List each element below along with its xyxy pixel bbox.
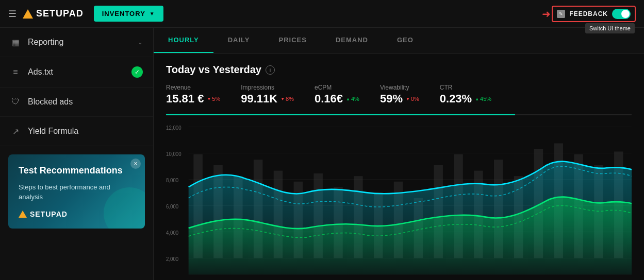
promo-title: Test Recommendations bbox=[19, 165, 135, 177]
up-arrow-icon-2: ▲ bbox=[475, 97, 479, 101]
metric-impressions-label: Impressions bbox=[241, 84, 294, 91]
tab-daily[interactable]: DAILY bbox=[213, 28, 265, 53]
tab-geo[interactable]: GEO bbox=[383, 28, 428, 53]
svg-text:2,000: 2,000 bbox=[166, 256, 179, 261]
metric-ctr: CTR 0.23% ▲ 45% bbox=[440, 84, 491, 106]
sidebar-item-ads-txt-label: Ads.txt bbox=[28, 67, 124, 77]
metric-revenue-value: 15.81 € bbox=[166, 92, 204, 106]
sidebar-item-reporting[interactable]: ▦ Reporting ⌄ bbox=[0, 28, 153, 57]
down-arrow-icon-3: ▼ bbox=[406, 97, 410, 101]
bar-chart-icon: ▦ bbox=[10, 37, 21, 47]
metric-impressions-change: ▼ 8% bbox=[280, 96, 294, 102]
progress-fill bbox=[166, 114, 515, 115]
chevron-down-icon: ▼ bbox=[150, 11, 155, 16]
metric-ecpm: eCPM 0.16€ ▲ 4% bbox=[315, 84, 359, 106]
sidebar-item-yield-formula-label: Yield Formula bbox=[28, 127, 143, 136]
metric-viewability-label: Viewability bbox=[380, 84, 419, 91]
chart-title-row: Today vs Yesterday i bbox=[166, 64, 632, 76]
svg-text:10,000: 10,000 bbox=[166, 151, 181, 157]
svg-text:4,000: 4,000 bbox=[166, 230, 179, 235]
up-arrow-icon: ▲ bbox=[346, 97, 350, 101]
main-layout: ▦ Reporting ⌄ ≡ Ads.txt ✓ 🛡 Blocked ads … bbox=[0, 28, 644, 280]
down-arrow-icon-2: ▼ bbox=[280, 97, 285, 101]
tab-prices[interactable]: PRICES bbox=[265, 28, 321, 53]
metric-ecpm-label: eCPM bbox=[315, 84, 359, 91]
metric-ecpm-value: 0.16€ bbox=[315, 92, 343, 106]
metric-ecpm-change: ▲ 4% bbox=[346, 96, 359, 102]
inventory-button[interactable]: INVENTORY ▼ bbox=[94, 6, 163, 22]
down-arrow-icon: ▼ bbox=[207, 97, 211, 101]
progress-bar bbox=[166, 114, 632, 115]
chart-area: Today vs Yesterday i Revenue 15.81 € ▼ 5… bbox=[154, 54, 644, 280]
promo-logo-text: SETUPAD bbox=[30, 210, 68, 218]
info-icon[interactable]: i bbox=[266, 65, 275, 75]
chart-container: 12,000 10,000 8,000 6,000 4,000 2,000 bbox=[166, 121, 632, 280]
feedback-label: FEEDBACK bbox=[569, 10, 608, 18]
metric-revenue-label: Revenue bbox=[166, 84, 220, 91]
chart-svg: 12,000 10,000 8,000 6,000 4,000 2,000 bbox=[166, 121, 632, 280]
svg-text:6,000: 6,000 bbox=[166, 203, 179, 209]
menu-icon[interactable]: ☰ bbox=[8, 8, 16, 20]
metric-ctr-change: ▲ 45% bbox=[475, 96, 491, 102]
metric-impressions-value: 99.11K bbox=[241, 92, 277, 106]
feedback-area: ➜ ✎ FEEDBACK Switch UI theme bbox=[552, 6, 636, 22]
theme-toggle[interactable] bbox=[612, 9, 631, 19]
tabs-bar: HOURLY DAILY PRICES DEMAND GEO bbox=[154, 28, 644, 54]
logo: SETUPAD bbox=[23, 8, 84, 19]
chart-title: Today vs Yesterday bbox=[166, 64, 261, 76]
feedback-icon: ✎ bbox=[557, 10, 565, 18]
metric-revenue-change: ▼ 5% bbox=[207, 96, 220, 102]
metric-ctr-value: 0.23% bbox=[440, 92, 472, 106]
shield-icon: 🛡 bbox=[10, 97, 21, 107]
content-area: HOURLY DAILY PRICES DEMAND GEO Today vs … bbox=[154, 28, 644, 280]
metrics-row: Revenue 15.81 € ▼ 5% Impressions 99.11K bbox=[166, 84, 632, 106]
trending-up-icon: ↗ bbox=[10, 126, 21, 136]
metric-impressions: Impressions 99.11K ▼ 8% bbox=[241, 84, 294, 106]
sidebar: ▦ Reporting ⌄ ≡ Ads.txt ✓ 🛡 Blocked ads … bbox=[0, 28, 154, 280]
logo-triangle-icon bbox=[23, 9, 33, 19]
inventory-label: INVENTORY bbox=[102, 10, 145, 18]
logo-text: SETUPAD bbox=[36, 8, 84, 19]
promo-close-button[interactable]: × bbox=[130, 159, 141, 169]
metric-viewability-value: 59% bbox=[380, 92, 403, 106]
sidebar-item-yield-formula[interactable]: ↗ Yield Formula bbox=[0, 117, 153, 146]
sidebar-item-reporting-label: Reporting bbox=[28, 38, 130, 47]
switch-ui-tooltip: Switch UI theme bbox=[585, 23, 635, 33]
metric-viewability: Viewability 59% ▼ 0% bbox=[380, 84, 419, 106]
sidebar-item-blocked-ads[interactable]: 🛡 Blocked ads bbox=[0, 87, 153, 117]
top-header: ☰ SETUPAD INVENTORY ▼ ➜ ✎ FEEDBACK Switc… bbox=[0, 0, 644, 28]
check-icon: ✓ bbox=[131, 66, 143, 78]
sidebar-item-blocked-ads-label: Blocked ads bbox=[28, 97, 143, 107]
metric-revenue: Revenue 15.81 € ▼ 5% bbox=[166, 84, 220, 106]
metric-viewability-change: ▼ 0% bbox=[406, 96, 419, 102]
arrow-right-icon: ➜ bbox=[542, 8, 551, 20]
promo-card: × Test Recommendations Steps to best per… bbox=[8, 154, 145, 229]
svg-text:8,000: 8,000 bbox=[166, 177, 179, 183]
tab-demand[interactable]: DEMAND bbox=[321, 28, 383, 53]
list-icon: ≡ bbox=[10, 67, 21, 77]
promo-logo-triangle-icon bbox=[19, 211, 27, 218]
svg-text:12,000: 12,000 bbox=[166, 125, 181, 131]
metric-ctr-label: CTR bbox=[440, 84, 491, 91]
sidebar-item-ads-txt[interactable]: ≡ Ads.txt ✓ bbox=[0, 57, 153, 87]
tab-hourly[interactable]: HOURLY bbox=[154, 28, 213, 53]
chevron-right-icon: ⌄ bbox=[138, 39, 143, 46]
